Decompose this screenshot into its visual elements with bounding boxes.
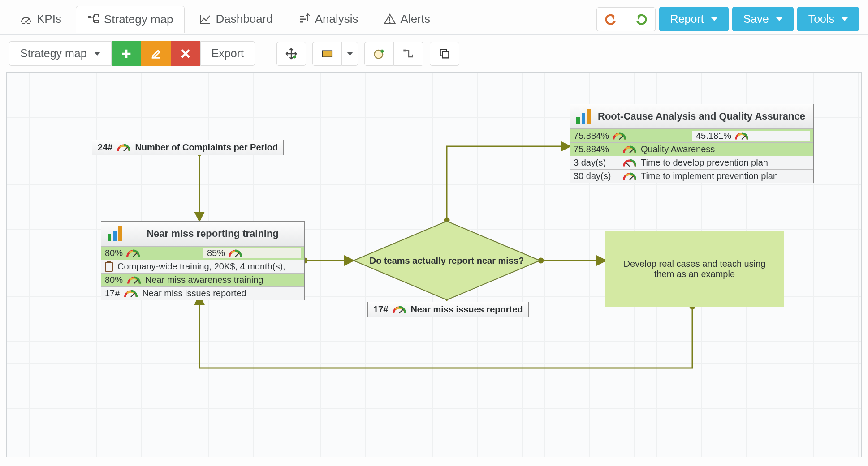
svg-rect-16 — [442, 51, 449, 58]
edit-button[interactable] — [141, 41, 171, 66]
gauge-icon — [735, 132, 748, 141]
report-button[interactable]: Report — [659, 7, 729, 31]
tab-label: Analysis — [315, 12, 358, 26]
metric-value: 45.181% — [696, 131, 731, 141]
caret-down-icon — [94, 52, 100, 56]
decision-node[interactable]: Do teams actually report near miss? — [353, 220, 541, 301]
svg-rect-8 — [94, 21, 99, 23]
gauge-icon — [623, 145, 636, 154]
svg-line-3 — [26, 19, 29, 22]
move-tool-button[interactable] — [276, 42, 306, 66]
map-icon — [87, 13, 99, 26]
svg-rect-5 — [27, 23, 30, 24]
page-selector[interactable]: Strategy map — [9, 41, 112, 66]
export-button[interactable]: Export — [200, 41, 255, 66]
initiative-label: Company-wide training, 20K$, 4 month(s), — [117, 261, 285, 272]
kpi-value: 24# — [98, 142, 112, 153]
tab-label: KPIs — [37, 12, 61, 26]
tab-strategy-map[interactable]: Strategy map — [76, 6, 185, 33]
clipboard-icon — [105, 262, 113, 272]
redo-icon — [635, 13, 647, 26]
tab-alerts[interactable]: Alerts — [373, 6, 441, 32]
main-tabs: KPIs Strategy map Dashboard Analysis Ale… — [0, 0, 868, 35]
tab-dashboard[interactable]: Dashboard — [188, 6, 284, 32]
kpi-label: Number of Complaints per Period — [135, 142, 278, 153]
edit-icon — [150, 47, 162, 60]
add-node-button[interactable] — [364, 42, 394, 66]
history-group — [596, 7, 656, 31]
gauge-icon — [20, 13, 32, 26]
button-label: Save — [743, 13, 769, 26]
tools-button[interactable]: Tools — [797, 7, 859, 31]
copy-icon — [438, 47, 451, 60]
fill-tool-button[interactable] — [312, 42, 342, 66]
card-title: Root-Cause Analysis and Quality Assuranc… — [596, 111, 807, 122]
card-title: Near miss reporting training — [127, 228, 298, 239]
svg-rect-7 — [94, 15, 99, 17]
node-label: Develop real cases and teach using them … — [613, 259, 777, 279]
caret-down-icon — [776, 17, 782, 21]
button-label: Report — [670, 13, 704, 26]
undo-icon — [605, 13, 618, 26]
copy-button[interactable] — [430, 42, 459, 66]
button-label: Tools — [808, 13, 834, 26]
gauge-icon — [117, 143, 130, 152]
close-icon — [179, 47, 192, 60]
gauge-icon — [393, 305, 406, 314]
fill-dropdown-button[interactable] — [342, 42, 358, 66]
metric-value: 3 day(s) — [574, 158, 618, 168]
button-label: Export — [212, 47, 244, 60]
caret-down-icon — [842, 17, 848, 21]
training-card[interactable]: Near miss reporting training 80% 85% Com… — [101, 221, 305, 300]
redo-button[interactable] — [626, 7, 656, 31]
develop-cases-node[interactable]: Develop real cases and teach using them … — [605, 231, 784, 307]
metric-value: 75.884% — [574, 131, 609, 141]
metric-value: 30 day(s) — [574, 171, 618, 181]
connector-icon — [402, 47, 415, 60]
strategy-map-canvas[interactable]: 24# Number of Complaints per Period Near… — [6, 72, 862, 457]
save-button[interactable]: Save — [732, 7, 794, 31]
rectangle-icon — [321, 47, 333, 60]
metric-label: Near miss awareness training — [145, 275, 263, 285]
issues-kpi-pill[interactable]: 17# Near miss issues reported — [367, 302, 529, 317]
decision-label: Do teams actually report near miss? — [353, 220, 541, 301]
tab-label: Strategy map — [104, 13, 173, 26]
add-button[interactable] — [112, 41, 141, 66]
gauge-icon — [623, 158, 636, 167]
gauge-icon — [124, 289, 138, 298]
metric-label: Time to implement prevention plan — [641, 171, 778, 181]
page-selector-label: Strategy map — [20, 47, 87, 60]
metric-value: 80% — [105, 275, 123, 285]
gauge-icon — [229, 249, 242, 258]
tab-label: Dashboard — [216, 12, 273, 26]
tab-analysis[interactable]: Analysis — [287, 6, 369, 32]
undo-button[interactable] — [596, 7, 626, 31]
connector-tool-button[interactable] — [394, 42, 423, 66]
caret-down-icon — [347, 52, 353, 56]
tab-label: Alerts — [401, 12, 430, 26]
move-icon — [285, 47, 298, 60]
plus-icon — [120, 47, 133, 60]
metric-value: 75.884% — [574, 144, 618, 154]
tab-kpis[interactable]: KPIs — [9, 6, 72, 32]
metric-value: 85% — [207, 248, 225, 258]
caret-down-icon — [711, 17, 717, 21]
metric-label: Quality Awareness — [641, 144, 715, 154]
circle-plus-icon — [373, 47, 385, 60]
complaints-kpi-pill[interactable]: 24# Number of Complaints per Period — [92, 140, 284, 155]
delete-button[interactable] — [171, 41, 200, 66]
svg-rect-6 — [88, 16, 91, 18]
svg-rect-12 — [322, 51, 332, 57]
svg-point-10 — [389, 21, 390, 23]
svg-rect-4 — [22, 23, 25, 24]
gauge-icon — [613, 132, 626, 141]
gauge-icon — [623, 172, 636, 181]
rootcause-card[interactable]: Root-Cause Analysis and Quality Assuranc… — [570, 104, 814, 183]
alert-icon — [384, 13, 396, 26]
sort-icon — [298, 13, 311, 26]
metric-label: Time to develop prevention plan — [641, 158, 768, 168]
kpi-label: Near miss issues reported — [410, 304, 523, 315]
gauge-icon — [127, 276, 141, 285]
svg-rect-14 — [403, 49, 406, 51]
linechart-icon — [199, 13, 212, 26]
